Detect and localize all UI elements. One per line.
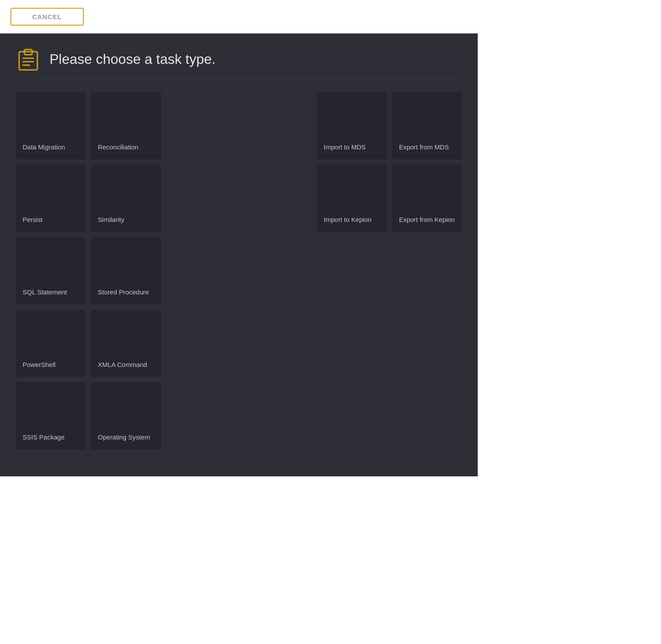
task-card-label-powershell: PowerShell	[23, 360, 79, 369]
task-card-label-reconciliation: Reconciliation	[98, 142, 154, 152]
task-card-label-persist: Persist	[23, 215, 79, 224]
cancel-button[interactable]: CANCEL	[10, 8, 84, 26]
task-card-xmla-command[interactable]: XMLA Command	[91, 310, 161, 377]
task-card-label-ssis-package: SSIS Package	[23, 433, 79, 442]
task-card-stored-procedure[interactable]: Stored Procedure	[91, 237, 161, 304]
task-card-similarity[interactable]: Similarity	[91, 165, 161, 232]
task-card-export-mds[interactable]: Export from MDS	[392, 92, 462, 159]
task-card-label-data-migration: Data Migration	[23, 142, 79, 152]
task-card-label-sql-statement: SQL Statement	[23, 287, 79, 297]
task-card-label-operating-system: Operating System	[98, 433, 154, 442]
task-card-export-kepion[interactable]: Export from Kepion	[392, 165, 462, 232]
task-card-label-xmla-command: XMLA Command	[98, 360, 154, 369]
task-card-persist[interactable]: Persist	[16, 165, 86, 232]
task-grid: Data MigrationReconciliationImport to MD…	[16, 92, 462, 449]
task-card-label-import-kepion: Import to Kepion	[324, 215, 380, 224]
task-card-operating-system[interactable]: Operating System	[91, 382, 161, 449]
top-bar: CANCEL	[0, 0, 478, 33]
task-card-import-mds[interactable]: Import to MDS	[317, 92, 387, 159]
task-card-label-similarity: Similarity	[98, 215, 154, 224]
task-card-label-export-mds: Export from MDS	[399, 142, 455, 152]
task-card-import-kepion[interactable]: Import to Kepion	[317, 165, 387, 232]
clipboard-icon	[16, 46, 41, 72]
panel-title: Please choose a task type.	[50, 51, 215, 67]
task-card-label-export-kepion: Export from Kepion	[399, 215, 455, 224]
task-card-ssis-package[interactable]: SSIS Package	[16, 382, 86, 449]
task-card-reconciliation[interactable]: Reconciliation	[91, 92, 161, 159]
task-card-data-migration[interactable]: Data Migration	[16, 92, 86, 159]
main-panel: Please choose a task type. Data Migratio…	[0, 33, 478, 476]
task-card-label-stored-procedure: Stored Procedure	[98, 287, 154, 297]
task-card-powershell[interactable]: PowerShell	[16, 310, 86, 377]
panel-header: Please choose a task type.	[16, 46, 462, 80]
task-card-label-import-mds: Import to MDS	[324, 142, 380, 152]
task-card-sql-statement[interactable]: SQL Statement	[16, 237, 86, 304]
